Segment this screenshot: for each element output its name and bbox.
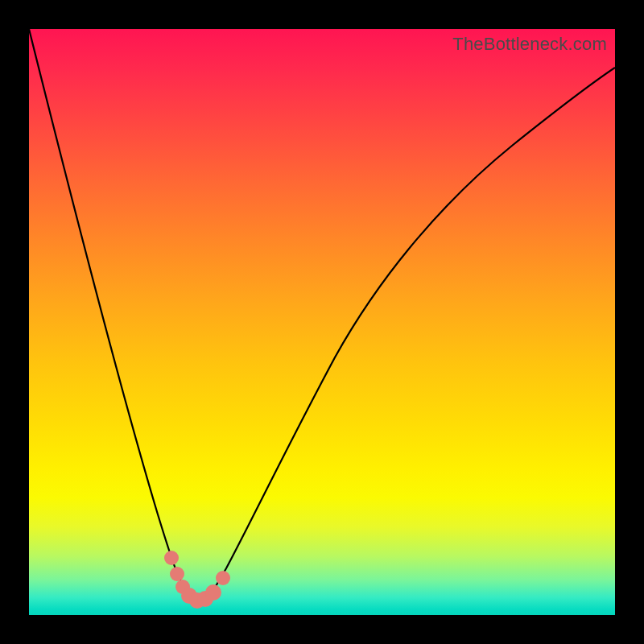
marker-dot (216, 571, 230, 585)
plot-area: TheBottleneck.com (29, 29, 615, 615)
curve-layer (29, 29, 615, 615)
chart-frame: TheBottleneck.com (0, 0, 644, 644)
marker-dot (205, 584, 221, 601)
marker-dot (164, 551, 179, 565)
marker-dot (170, 567, 184, 581)
marker-group (164, 551, 230, 609)
bottleneck-curve (29, 29, 615, 602)
